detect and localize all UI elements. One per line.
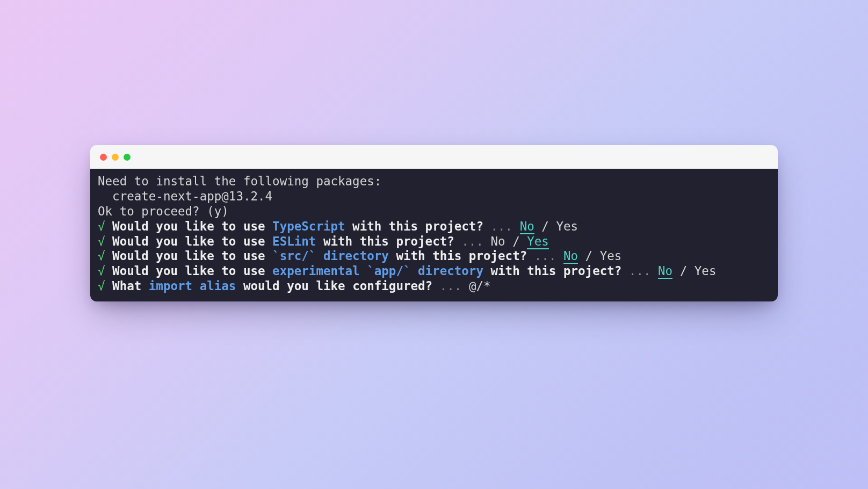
check-icon: √ [98, 219, 105, 233]
prompt-highlight: ESLint [272, 234, 316, 248]
alias-pre: What [112, 279, 149, 293]
option-slash: / [578, 249, 600, 263]
minimize-icon[interactable] [112, 154, 119, 161]
check-icon: √ [98, 234, 105, 248]
option-yes[interactable]: Yes [600, 249, 622, 263]
option-slash: / [534, 219, 556, 233]
terminal-body[interactable]: Need to install the following packages: … [90, 169, 778, 301]
alias-highlight: import alias [149, 279, 236, 293]
install-msg-line1: Need to install the following packages: [98, 174, 381, 188]
prompt-pre: Would you like to use [112, 234, 272, 248]
window-titlebar [90, 145, 778, 169]
check-icon: √ [98, 279, 105, 293]
option-slash: / [505, 234, 527, 248]
maximize-icon[interactable] [124, 154, 131, 161]
option-yes[interactable]: Yes [695, 264, 717, 278]
alias-post: would you like configured? [236, 279, 432, 293]
prompt-highlight: `src/` directory [272, 249, 389, 263]
prompt-post: with this project? [316, 234, 454, 248]
prompt-post: with this project? [345, 219, 483, 233]
check-icon: √ [98, 264, 105, 278]
option-no[interactable]: No [658, 264, 672, 279]
prompt-dots: ... [440, 279, 462, 293]
prompt-dots: ... [534, 249, 556, 263]
option-slash: / [672, 264, 695, 278]
prompt-dots: ... [461, 234, 483, 248]
prompt-highlight: experimental `app/` directory [272, 264, 483, 278]
prompt-pre: Would you like to use [112, 249, 272, 263]
option-no[interactable]: No [563, 249, 578, 264]
option-no[interactable]: No [491, 234, 505, 248]
prompt-post: with this project? [389, 249, 527, 263]
prompt-dots: ... [629, 264, 651, 278]
install-msg-line2: create-next-app@13.2.4 [98, 189, 272, 203]
option-yes[interactable]: Yes [527, 234, 549, 249]
check-icon: √ [98, 249, 105, 263]
install-msg-line3: Ok to proceed? (y) [98, 204, 229, 218]
prompt-dots: ... [491, 219, 513, 233]
close-icon[interactable] [100, 154, 107, 161]
option-yes[interactable]: Yes [556, 219, 578, 233]
prompt-highlight: TypeScript [272, 219, 345, 233]
prompt-pre: Would you like to use [112, 219, 272, 233]
prompt-post: with this project? [483, 264, 621, 278]
option-no[interactable]: No [520, 219, 534, 234]
alias-value[interactable]: @/* [469, 279, 491, 293]
terminal-window: Need to install the following packages: … [90, 145, 778, 301]
prompt-pre: Would you like to use [112, 264, 272, 278]
